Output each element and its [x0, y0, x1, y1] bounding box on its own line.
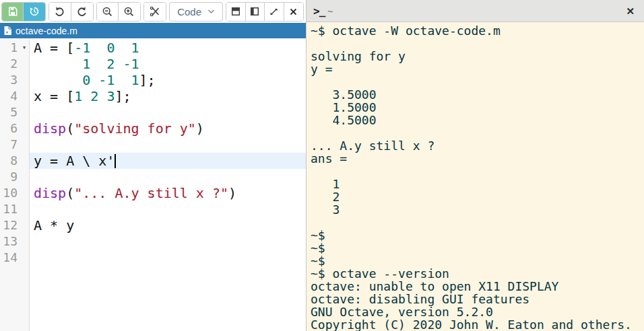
terminal-line: octave: unable to open X11 DISPLAY: [311, 280, 644, 293]
terminal-line: ~$: [311, 254, 644, 267]
undo-button[interactable]: [49, 3, 71, 21]
redo-button[interactable]: [71, 3, 93, 21]
gutter-line: 3: [0, 72, 29, 88]
terminal-line: ... A.y still x ?: [311, 139, 644, 152]
terminal-line: 2: [311, 190, 644, 203]
save-icon: [7, 6, 18, 17]
terminal-line: 4.5000: [311, 114, 644, 126]
undo-redo-group: [49, 2, 93, 22]
terminal-line: 3.5000: [311, 88, 644, 101]
split-vertical-button[interactable]: [246, 3, 265, 21]
terminal-line: ~$: [311, 229, 644, 242]
code-line[interactable]: [30, 250, 306, 266]
code-line[interactable]: A * y: [30, 217, 306, 233]
zoom-group: [96, 2, 141, 22]
expand-button[interactable]: [265, 3, 284, 21]
terminal-pane: >_ ~ ✕ ~$ octave -W octave-code.m solvin…: [307, 0, 644, 331]
terminal-line: [311, 126, 644, 139]
split-vertical-icon: [249, 6, 260, 17]
code-line[interactable]: [30, 137, 306, 153]
terminal-header: >_ ~ ✕: [307, 0, 644, 22]
terminal-line: y =: [311, 63, 644, 75]
mode-dropdown-label: Code: [177, 6, 201, 17]
close-terminal-button[interactable]: ✕: [626, 6, 635, 16]
terminal-line: ans =: [311, 152, 644, 165]
svg-text:▾: ▾: [6, 30, 8, 34]
terminal-line: Copyright (C) 2020 John W. Eaton and oth…: [311, 318, 644, 331]
line-number-gutter: 1▾ 2 3 4 5 6 7 8 9 10 11 12 13 14: [0, 40, 30, 331]
terminal-line: octave: disabling GUI features: [311, 293, 644, 305]
cut-button[interactable]: [144, 3, 166, 21]
code-line[interactable]: [30, 104, 306, 120]
save-button[interactable]: [2, 3, 24, 21]
terminal-output[interactable]: ~$ octave -W octave-code.m solving for y…: [307, 22, 644, 331]
editor-pane: Code: [0, 0, 307, 331]
terminal-line: GNU Octave, version 5.2.0: [311, 305, 644, 318]
zoom-out-icon: [102, 6, 113, 17]
terminal-line: solving for y: [311, 50, 644, 63]
code-line[interactable]: [30, 169, 306, 185]
zoom-out-button[interactable]: [97, 3, 119, 21]
terminal-line: ~$ octave --version: [311, 267, 644, 280]
terminal-line: 3: [311, 203, 644, 216]
gutter-line: 13: [0, 233, 29, 250]
mode-dropdown[interactable]: Code: [169, 2, 223, 22]
code-line[interactable]: disp("solving for y"): [30, 120, 306, 137]
gutter-line: 10: [0, 185, 29, 201]
code-line-active[interactable]: y = A \ x': [30, 153, 306, 169]
gutter-line: 14: [0, 250, 29, 266]
redo-icon: [76, 6, 88, 17]
cut-group: [143, 2, 166, 22]
gutter-line: 2: [0, 56, 29, 72]
code-line[interactable]: x = [1 2 3];: [30, 88, 306, 104]
zoom-in-button[interactable]: [119, 3, 140, 21]
scissors-icon: [150, 6, 160, 17]
terminal-line: [311, 165, 644, 178]
terminal-title: ~: [327, 6, 333, 16]
terminal-line: [311, 75, 644, 88]
terminal-line: 1.5000: [311, 101, 644, 114]
history-icon: [29, 6, 40, 17]
code-line[interactable]: 0 -1 1];: [30, 72, 306, 88]
expand-icon: [269, 7, 279, 17]
split-horizontal-icon: [230, 6, 241, 17]
editor-tab[interactable]: ▾ octave-code.m: [0, 23, 306, 38]
split-horizontal-button[interactable]: [226, 3, 246, 21]
text-cursor: [115, 154, 116, 168]
gutter-line: 11: [0, 201, 29, 217]
undo-icon: [54, 6, 65, 17]
file-icon: ▾: [3, 26, 12, 36]
code-editor[interactable]: 1▾ 2 3 4 5 6 7 8 9 10 11 12 13 14 A = [-…: [0, 38, 306, 331]
terminal-prompt-icon: >_: [313, 5, 325, 17]
app-window: Code: [0, 0, 644, 331]
editor-toolbar: Code: [0, 0, 306, 23]
gutter-line: 5: [0, 104, 29, 120]
gutter-line: 4: [0, 88, 29, 104]
chevron-down-icon: [207, 9, 215, 14]
terminal-line: ~$ octave -W octave-code.m: [311, 24, 644, 37]
tab-filename: octave-code.m: [15, 26, 77, 36]
gutter-line: 9: [0, 169, 29, 185]
code-line[interactable]: A = [-1 0 1: [30, 40, 306, 56]
terminal-line: 1: [311, 178, 644, 190]
code-line[interactable]: 1 2 -1: [30, 56, 306, 72]
zoom-in-icon: [123, 6, 135, 17]
close-icon: [289, 7, 298, 16]
terminal-line: ~$: [311, 242, 644, 254]
gutter-line: 8: [0, 153, 29, 169]
gutter-line: 1▾: [0, 40, 29, 56]
terminal-line: [311, 216, 644, 229]
gutter-line: 7: [0, 137, 29, 153]
history-button[interactable]: [24, 3, 45, 21]
terminal-line: [311, 37, 644, 50]
file-actions-group: [1, 2, 46, 22]
layout-group: [226, 2, 304, 22]
code-text-area[interactable]: A = [-1 0 1 1 2 -1 0 -1 1]; x = [1 2 3];…: [30, 40, 306, 331]
close-editor-button[interactable]: [284, 3, 303, 21]
gutter-line: 12: [0, 217, 29, 233]
code-line[interactable]: disp("... A.y still x ?"): [30, 185, 306, 201]
code-line[interactable]: [30, 201, 306, 217]
fold-arrow-icon[interactable]: ▾: [20, 40, 29, 56]
gutter-line: 6: [0, 120, 29, 137]
code-line[interactable]: [30, 233, 306, 250]
